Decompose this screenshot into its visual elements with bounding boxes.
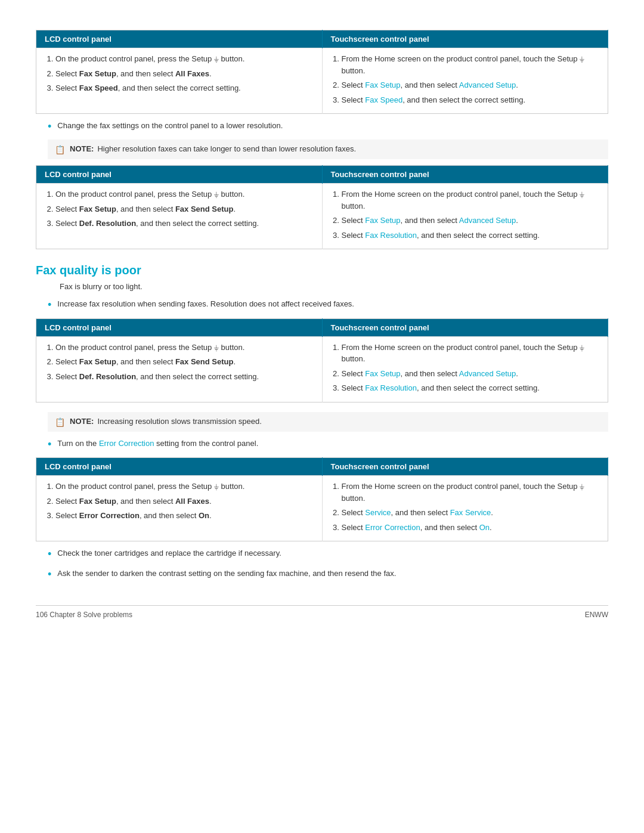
note1-content: NOTE:Higher resolution faxes can take lo… bbox=[70, 144, 356, 153]
fax-speed-link[interactable]: Fax Speed bbox=[365, 95, 402, 104]
fax-setup-link3[interactable]: Fax Setup bbox=[365, 369, 400, 378]
error-table-touch-cell: From the Home screen on the product cont… bbox=[322, 476, 608, 541]
list-item: Select Service, and then select Fax Serv… bbox=[342, 507, 600, 519]
note2-box: 📋 NOTE:Increasing resolution slows trans… bbox=[48, 412, 608, 432]
res-table-lcd-header: LCD control panel bbox=[36, 318, 323, 336]
list-item: Select Error Correction, and then select… bbox=[342, 522, 600, 534]
bullet2-suffix: setting from the control panel. bbox=[154, 439, 258, 448]
note2-content: NOTE:Increasing resolution slows transmi… bbox=[70, 417, 262, 426]
res-table-touch-cell: From the Home screen on the product cont… bbox=[322, 336, 608, 402]
page-footer: 106 Chapter 8 Solve problems ENWW bbox=[36, 605, 608, 619]
bullet2-text: Turn on the Error Correction setting fro… bbox=[57, 438, 258, 450]
list-item: On the product control panel, press the … bbox=[55, 342, 314, 354]
list-item: Select Fax Speed, and then select the co… bbox=[342, 94, 600, 106]
list-item: Select Fax Setup, and then select Advanc… bbox=[342, 215, 600, 227]
list-item: Select Fax Speed, and then select the co… bbox=[55, 82, 314, 94]
top-control-table: LCD control panel Touchscreen control pa… bbox=[36, 30, 608, 114]
list-item: From the Home screen on the product cont… bbox=[342, 53, 600, 76]
mid-table-touch-cell: From the Home screen on the product cont… bbox=[322, 184, 608, 249]
mid-control-table: LCD control panel Touchscreen control pa… bbox=[36, 165, 608, 249]
note1-label: NOTE: bbox=[70, 144, 94, 153]
advanced-setup-link3[interactable]: Advanced Setup bbox=[459, 369, 516, 378]
fax-setup-link2[interactable]: Fax Setup bbox=[365, 216, 400, 225]
list-item: From the Home screen on the product cont… bbox=[342, 188, 600, 212]
change-fax-text: Change the fax settings on the control p… bbox=[57, 120, 283, 132]
list-item: Select Fax Resolution, and then select t… bbox=[342, 382, 600, 394]
list-item: Select Fax Setup, and then select Fax Se… bbox=[55, 203, 314, 215]
list-item: Select Fax Setup, and then select Fax Se… bbox=[55, 356, 314, 368]
list-item: Select Fax Setup, and then select All Fa… bbox=[55, 68, 314, 80]
error-table: LCD control panel Touchscreen control pa… bbox=[36, 457, 608, 541]
note1-text: Higher resolution faxes can take longer … bbox=[97, 144, 356, 153]
error-table-touch-header: Touchscreen control panel bbox=[322, 458, 608, 476]
top-table-touch-header: Touchscreen control panel bbox=[322, 30, 608, 48]
list-item: On the product control panel, press the … bbox=[55, 188, 314, 200]
service-link[interactable]: Service bbox=[365, 508, 391, 517]
bullet-icon: • bbox=[48, 438, 51, 451]
bullet2-prefix: Turn on the bbox=[57, 439, 99, 448]
change-fax-bullet: • Change the fax settings on the control… bbox=[48, 120, 608, 134]
list-item: Select Def. Resolution, and then select … bbox=[55, 218, 314, 230]
fax-service-link[interactable]: Fax Service bbox=[450, 508, 491, 517]
on-link[interactable]: On bbox=[479, 523, 490, 532]
list-item: Select Fax Resolution, and then select t… bbox=[342, 230, 600, 241]
section-title: Fax quality is poor bbox=[36, 264, 608, 277]
list-item: On the product control panel, press the … bbox=[55, 53, 314, 65]
bullet3-text: Check the toner cartridges and replace t… bbox=[57, 547, 281, 559]
mid-table-lcd-cell: On the product control panel, press the … bbox=[36, 184, 323, 249]
list-item: From the Home screen on the product cont… bbox=[342, 481, 600, 504]
advanced-setup-link2[interactable]: Advanced Setup bbox=[459, 216, 516, 225]
list-item: Select Error Correction, and then select… bbox=[55, 510, 314, 522]
list-item: Select Def. Resolution, and then select … bbox=[55, 371, 314, 383]
list-item: From the Home screen on the product cont… bbox=[342, 342, 600, 365]
bullet-icon: • bbox=[48, 298, 51, 312]
list-item: Select Fax Setup, and then select Advanc… bbox=[342, 368, 600, 380]
note1-box: 📋 NOTE:Higher resolution faxes can take … bbox=[48, 140, 608, 159]
bullet3-item: • Check the toner cartridges and replace… bbox=[48, 547, 608, 561]
note2-icon: 📋 bbox=[55, 417, 65, 427]
top-table-lcd-header: LCD control panel bbox=[36, 30, 323, 48]
top-table-touch-cell: From the Home screen on the product cont… bbox=[322, 48, 608, 114]
fax-setup-link[interactable]: Fax Setup bbox=[365, 80, 400, 89]
bullet2-item: • Turn on the Error Correction setting f… bbox=[48, 438, 608, 451]
bullet4-item: • Ask the sender to darken the contrast … bbox=[48, 568, 608, 581]
footer-left: 106 Chapter 8 Solve problems bbox=[36, 611, 132, 619]
note2-text: Increasing resolution slows transmission… bbox=[97, 417, 261, 426]
fax-resolution-link[interactable]: Fax Resolution bbox=[365, 231, 417, 240]
error-correction-link[interactable]: Error Correction bbox=[99, 439, 154, 448]
list-item: Select Fax Setup, and then select All Fa… bbox=[55, 496, 314, 507]
error-table-lcd-header: LCD control panel bbox=[36, 458, 323, 476]
list-item: On the product control panel, press the … bbox=[55, 481, 314, 493]
bullet1-text: Increase fax resolution when sending fax… bbox=[57, 298, 354, 310]
bullet-icon: • bbox=[48, 568, 51, 581]
mid-table-lcd-header: LCD control panel bbox=[36, 166, 323, 184]
top-table-lcd-cell: On the product control panel, press the … bbox=[36, 48, 323, 114]
bullet-icon: • bbox=[48, 547, 51, 561]
bullet-icon: • bbox=[48, 120, 51, 134]
res-table-touch-header: Touchscreen control panel bbox=[322, 318, 608, 336]
error-correction-link2[interactable]: Error Correction bbox=[365, 523, 420, 532]
fax-resolution-link2[interactable]: Fax Resolution bbox=[365, 383, 417, 392]
note-icon: 📋 bbox=[55, 145, 65, 154]
list-item: Select Fax Setup, and then select Advanc… bbox=[342, 79, 600, 91]
bullet1-item: • Increase fax resolution when sending f… bbox=[48, 298, 608, 312]
res-table-lcd-cell: On the product control panel, press the … bbox=[36, 336, 323, 402]
bullet4-text: Ask the sender to darken the contrast se… bbox=[57, 568, 396, 580]
footer-right: ENWW bbox=[585, 611, 608, 619]
mid-table-touch-header: Touchscreen control panel bbox=[322, 166, 608, 184]
error-table-lcd-cell: On the product control panel, press the … bbox=[36, 476, 323, 541]
advanced-setup-link[interactable]: Advanced Setup bbox=[459, 80, 516, 89]
resolution-table: LCD control panel Touchscreen control pa… bbox=[36, 318, 608, 402]
note2-label: NOTE: bbox=[70, 417, 94, 426]
section-subtitle: Fax is blurry or too light. bbox=[60, 282, 608, 291]
